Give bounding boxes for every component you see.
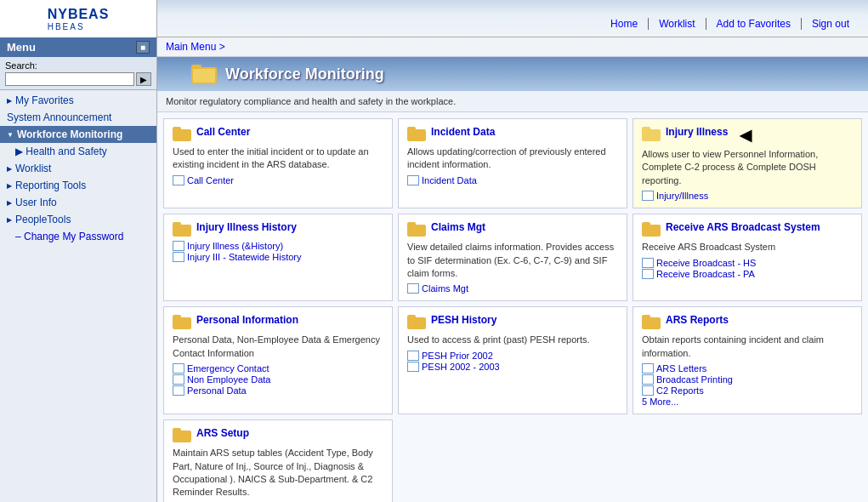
ars-broadcast-desc: Receive ARS Broadcast System	[642, 241, 853, 254]
grid-cell-claims: Claims Mgt View detailed claims informat…	[398, 214, 627, 301]
grid-cell-incident-data: Incident Data Allows updating/correction…	[398, 118, 627, 208]
sidebar-item-health[interactable]: ▶ Health and Safety	[0, 143, 156, 160]
arrow-annotation-icon: ◀	[740, 126, 752, 145]
sidebar-item-userinfo[interactable]: ▶ User Info	[0, 194, 156, 211]
worklist-arrow-icon: ▶	[7, 165, 12, 173]
sidebar-item-label: ▶ Health and Safety	[15, 145, 107, 157]
call-center-title[interactable]: Call Center	[196, 126, 250, 138]
ars-setup-title[interactable]: ARS Setup	[196, 427, 249, 439]
page-folder-icon	[191, 62, 218, 86]
ars-reports-desc: Obtain reports containing incident and c…	[642, 334, 853, 360]
link-icon	[173, 385, 184, 396]
sidebar-item-change-password[interactable]: – Change My Password	[0, 228, 156, 245]
favorites-arrow-icon: ▶	[7, 97, 12, 105]
incident-data-desc: Allows updating/correction of previously…	[407, 145, 618, 172]
incident-data-links: Incident Data	[407, 175, 618, 185]
folder-icon-claims	[407, 222, 426, 237]
sidebar-item-label: System Announcement	[7, 111, 111, 123]
link-icon	[642, 269, 654, 279]
pesh-2002-link[interactable]: PESH 2002 - 2003	[407, 362, 618, 372]
folder-icon-ars-reports	[642, 315, 661, 330]
logo-area: NYBEAS HBEAS	[0, 0, 157, 37]
sidebar-menu-header: Menu ■	[0, 37, 156, 57]
folder-icon-ars-broadcast	[642, 222, 661, 237]
userinfo-arrow-icon: ▶	[7, 199, 12, 207]
top-nav: Home Worklist Add to Favorites Sign out	[157, 0, 868, 37]
workforce-arrow-icon: ▼	[7, 131, 14, 139]
link-icon	[173, 175, 184, 185]
claims-desc: View detailed claims information. Provid…	[407, 241, 618, 280]
personal-data-link[interactable]: Personal Data	[173, 385, 383, 396]
sidebar-item-favorites[interactable]: ▶ My Favorites	[0, 92, 156, 109]
sidebar-item-announcement[interactable]: System Announcement	[0, 109, 156, 126]
nav-home[interactable]: Home	[600, 18, 649, 30]
search-input[interactable]	[5, 72, 134, 86]
incident-data-link[interactable]: Incident Data	[407, 175, 618, 185]
claims-link[interactable]: Claims Mgt	[407, 283, 618, 294]
ars-broadcast-link-pa[interactable]: Receive Broadcast - PA	[642, 269, 853, 279]
personal-info-title[interactable]: Personal Information	[196, 314, 298, 326]
nav-worklist[interactable]: Worklist	[649, 18, 706, 30]
sidebar-close-button[interactable]: ■	[136, 41, 150, 54]
ars-broadcast-link-hs[interactable]: Receive Broadcast - HS	[642, 258, 853, 268]
link-icon	[173, 241, 184, 251]
injury-illness-title[interactable]: Injury Illness	[666, 126, 728, 138]
link-icon	[173, 252, 184, 262]
injury-history-link2[interactable]: Injury III - Statewide History	[173, 252, 383, 262]
ars-reports-title[interactable]: ARS Reports	[666, 314, 729, 326]
pesh-links: PESH Prior 2002 PESH 2002 - 2003	[407, 351, 618, 372]
breadcrumb: Main Menu >	[157, 37, 868, 57]
sidebar-item-worklist[interactable]: ▶ Worklist	[0, 160, 156, 177]
sidebar-nav: ▶ My Favorites System Announcement ▼ Wor…	[0, 90, 156, 247]
link-icon	[173, 374, 184, 385]
pesh-prior-link[interactable]: PESH Prior 2002	[407, 351, 618, 361]
peopletools-arrow-icon: ▶	[7, 216, 12, 224]
emergency-contact-link[interactable]: Emergency Contact	[173, 363, 383, 374]
breadcrumb-main-menu[interactable]: Main Menu	[166, 41, 216, 53]
incident-data-title[interactable]: Incident Data	[431, 126, 495, 138]
ars-letters-link[interactable]: ARS Letters	[642, 363, 853, 374]
folder-icon-call-center	[173, 127, 191, 142]
more-reports-link[interactable]: 5 More...	[642, 396, 853, 407]
injury-history-link1[interactable]: Injury Illness (&History)	[173, 241, 383, 251]
injury-illness-link[interactable]: Injury/Illness	[642, 191, 853, 201]
content-grid: Call Center Used to enter the initial in…	[157, 112, 868, 502]
pesh-title[interactable]: PESH History	[431, 314, 496, 326]
broadcast-printing-link[interactable]: Broadcast Printing	[642, 374, 853, 385]
folder-icon-incident	[407, 127, 426, 142]
injury-illness-desc: Allows user to view Personnel Informatio…	[642, 148, 853, 187]
logo-sub: HBEAS	[48, 22, 110, 31]
nav-sign-out[interactable]: Sign out	[802, 18, 859, 30]
sidebar-item-label: – Change My Password	[15, 231, 123, 242]
call-center-link[interactable]: Call Center	[173, 175, 383, 185]
grid-cell-ars-reports: ARS Reports Obtain reports containing in…	[633, 306, 862, 414]
sidebar-item-reporting[interactable]: ▶ Reporting Tools	[0, 177, 156, 194]
search-button[interactable]: ▶	[136, 72, 151, 86]
nav-add-favorites[interactable]: Add to Favorites	[706, 18, 802, 30]
link-icon	[407, 283, 419, 294]
claims-title[interactable]: Claims Mgt	[431, 221, 485, 233]
personal-info-links: Emergency Contact Non Employee Data Pers…	[173, 363, 383, 396]
svg-rect-2	[193, 69, 215, 83]
sidebar-item-label: Workforce Monitoring	[17, 128, 122, 140]
ars-broadcast-title[interactable]: Receive ARS Broadcast System	[666, 221, 820, 233]
injury-history-title[interactable]: Injury Illness History	[196, 221, 297, 233]
call-center-links: Call Center	[173, 175, 383, 185]
grid-cell-ars-setup: ARS Setup Maintain ARS setup tables (Acc…	[163, 419, 393, 502]
sidebar-item-peopletools[interactable]: ▶ PeopleTools	[0, 211, 156, 228]
grid-cell-pesh: PESH History Used to access & print (pas…	[398, 306, 627, 414]
grid-cell-personal-info: Personal Information Personal Data, Non-…	[163, 306, 393, 414]
sidebar-item-label: User Info	[15, 197, 57, 208]
grid-cell-ars-broadcast: Receive ARS Broadcast System Receive ARS…	[633, 214, 862, 301]
main-content: Main Menu > Workforce Monitoring Monitor…	[157, 37, 868, 502]
pesh-desc: Used to access & print (past) PESH repor…	[407, 334, 618, 346]
link-icon	[407, 351, 419, 361]
link-icon	[173, 363, 184, 374]
ars-broadcast-links: Receive Broadcast - HS Receive Broadcast…	[642, 258, 853, 279]
sidebar-item-workforce[interactable]: ▼ Workforce Monitoring	[0, 126, 156, 143]
c2-reports-link[interactable]: C2 Reports	[642, 385, 853, 396]
ars-setup-desc: Maintain ARS setup tables (Accident Type…	[173, 447, 383, 499]
reporting-arrow-icon: ▶	[7, 182, 12, 190]
folder-icon-injury	[642, 127, 661, 142]
non-employee-data-link[interactable]: Non Employee Data	[173, 374, 383, 385]
